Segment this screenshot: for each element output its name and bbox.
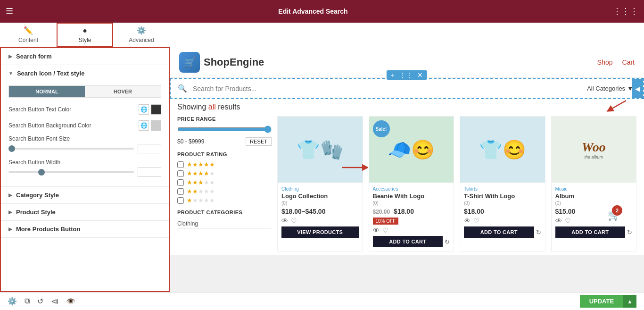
settings-icon[interactable]: ⚙️	[8, 297, 17, 306]
tab-style[interactable]: ● Style	[57, 23, 113, 47]
eye-icon-3[interactable]: 👁	[464, 217, 471, 225]
product-card-1: 👕🧤 Clothing Logo Collection (0) $18.00–$…	[277, 116, 363, 251]
shop-link[interactable]: Shop	[597, 59, 613, 66]
grid-icon[interactable]: ⋮⋮⋮	[613, 6, 638, 17]
price-range-slider[interactable]	[177, 126, 272, 133]
woo-subtitle: the album	[582, 155, 606, 159]
content-tab-icon: ✏️	[24, 26, 33, 35]
layers-icon[interactable]: ⧉	[25, 297, 30, 306]
bg-color-swatch[interactable]	[151, 120, 161, 131]
product-actions-4: 👁 ♡	[555, 217, 633, 225]
rating-5-row: ★★★★★	[177, 161, 272, 168]
category-clothing[interactable]: Clothing	[177, 219, 272, 229]
header-nav: Shop Cart	[597, 59, 635, 66]
stars-5: ★★★★★	[187, 161, 215, 168]
update-dropdown-btn[interactable]: ▲	[623, 295, 636, 308]
width-input[interactable]: 50	[138, 168, 161, 177]
font-size-slider[interactable]	[8, 148, 134, 150]
heart-icon-1[interactable]: ♡	[291, 217, 297, 225]
hover-tab[interactable]: HOVER	[85, 86, 161, 97]
product-actions-3: 👁 ♡	[464, 217, 541, 225]
add-to-cart-btn-4[interactable]: ADD TO CART	[555, 226, 626, 238]
product-actions-1: 👁 ♡	[281, 217, 359, 225]
tabs-row: ✏️ Content ● Style ⚙️ Advanced	[0, 23, 644, 47]
add-widget-btn[interactable]: +	[389, 71, 396, 79]
category-dropdown[interactable]: All Categories ▼	[581, 82, 639, 95]
product-name-4: Album	[555, 193, 633, 200]
search-form-section: ▶ Search form	[1, 48, 169, 65]
update-button[interactable]: UPDATE	[580, 295, 623, 308]
more-products-header[interactable]: ▶ More Products Button	[1, 221, 169, 237]
rating-1-checkbox[interactable]	[177, 197, 184, 204]
responsive-icon[interactable]: ⧏	[51, 297, 58, 306]
rating-5-checkbox[interactable]	[177, 161, 184, 168]
history-icon[interactable]: ↺	[37, 297, 43, 306]
add-cart-row-4: ADD TO CART ↻	[555, 226, 633, 238]
cart-badge-container: 2 🛒	[608, 209, 620, 221]
more-products-section: ▶ More Products Button	[1, 221, 169, 238]
rating-3-checkbox[interactable]	[177, 179, 184, 186]
add-to-cart-btn-3[interactable]: ADD TO CART	[464, 226, 534, 238]
cart-link[interactable]: Cart	[622, 59, 635, 66]
add-cart-row-3: ADD TO CART ↻	[464, 226, 541, 238]
right-panel-wrapper: 🛒 ShopEngine Shop Cart + ⋮⋮ ✕ 🔍	[170, 47, 644, 292]
eye-icon-1[interactable]: 👁	[281, 217, 288, 225]
hamburger-icon[interactable]: ☰	[6, 6, 13, 17]
category-style-arrow: ▶	[8, 193, 12, 198]
scroll-right-btn[interactable]: ◀	[632, 79, 643, 98]
search-input[interactable]	[190, 82, 581, 95]
product-img-2: Sale! 🧢😊	[369, 117, 454, 183]
price-range-title: PRICE RANGE	[177, 116, 272, 122]
search-icon-text-label: Search Icon / Text style	[17, 70, 85, 77]
product-style-header[interactable]: ▶ Product Style	[1, 204, 169, 220]
product-categories-title: PRODUCT CATEGORIES	[177, 209, 272, 215]
product-info-2: Accessories Beanie With Logo (0) $20.00 …	[369, 183, 454, 251]
search-icon-text-header[interactable]: ▼ Search Icon / Text style	[1, 65, 169, 82]
refresh-icon-2[interactable]: ↻	[445, 238, 450, 245]
rating-1-row: ★★★★★	[177, 197, 272, 204]
add-to-cart-btn-2[interactable]: ADD TO CART	[373, 236, 443, 247]
text-color-globe[interactable]: 🌐	[139, 104, 149, 115]
refresh-icon-3[interactable]: ↻	[536, 229, 541, 236]
bottom-icons: ⚙️ ⧉ ↺ ⧏ 👁️	[8, 297, 75, 306]
product-info-3: Tshirts T-Shirt With Logo (0) $18.00 👁 ♡…	[460, 183, 545, 242]
eye-icon-2[interactable]: 👁	[373, 226, 380, 234]
search-form-header[interactable]: ▶ Search form	[1, 48, 169, 65]
heart-icon-2[interactable]: ♡	[382, 226, 388, 234]
main-layout: ▶ Search form ▼ Search Icon / Text style…	[0, 47, 644, 292]
preview-icon[interactable]: 👁️	[66, 297, 75, 306]
heart-icon-4[interactable]: ♡	[565, 217, 571, 225]
tab-content[interactable]: ✏️ Content	[0, 23, 57, 47]
font-size-slider-row	[8, 142, 161, 155]
category-style-header[interactable]: ▶ Category Style	[1, 187, 169, 203]
tab-advanced[interactable]: ⚙️ Advanced	[113, 23, 170, 47]
text-color-label: Search Button Text Color	[8, 106, 139, 113]
rating-4-checkbox[interactable]	[177, 170, 184, 177]
text-color-row: Search Button Text Color 🌐	[8, 101, 161, 117]
product-name-1: Logo Collection	[281, 193, 359, 200]
product-reviews-3: (0)	[464, 201, 541, 206]
font-size-row: Search Button Font Size	[8, 134, 161, 157]
eye-icon-4[interactable]: 👁	[555, 217, 562, 225]
more-products-arrow: ▶	[8, 226, 12, 232]
product-info-4: Music Album (0) $15.00 👁 ♡ ADD TO CART	[552, 183, 636, 242]
bg-color-globe[interactable]: 🌐	[139, 120, 149, 131]
bg-color-label: Search Button Background Color	[8, 122, 139, 129]
move-widget-btn[interactable]: ⋮⋮	[398, 71, 414, 79]
text-color-swatch[interactable]	[151, 104, 161, 115]
bg-color-control: 🌐	[139, 120, 161, 131]
search-form-arrow: ▶	[8, 54, 12, 59]
width-slider[interactable]	[8, 171, 134, 173]
stars-1: ★★★★★	[187, 197, 215, 204]
product-price-3: $18.00	[464, 208, 541, 215]
product-info-1: Clothing Logo Collection (0) $18.00–$45.…	[278, 183, 363, 242]
close-widget-btn[interactable]: ✕	[416, 71, 424, 79]
heart-icon-3[interactable]: ♡	[473, 217, 479, 225]
rating-2-checkbox[interactable]	[177, 188, 184, 195]
font-size-input[interactable]	[138, 144, 161, 153]
view-products-btn-1[interactable]: VIEW PRODUCTS	[281, 226, 359, 238]
refresh-icon-4[interactable]: ↻	[627, 229, 632, 236]
reset-btn[interactable]: RESET	[246, 137, 272, 146]
rating-4-row: ★★★★★	[177, 170, 272, 177]
normal-tab[interactable]: NORMAL	[9, 86, 85, 97]
